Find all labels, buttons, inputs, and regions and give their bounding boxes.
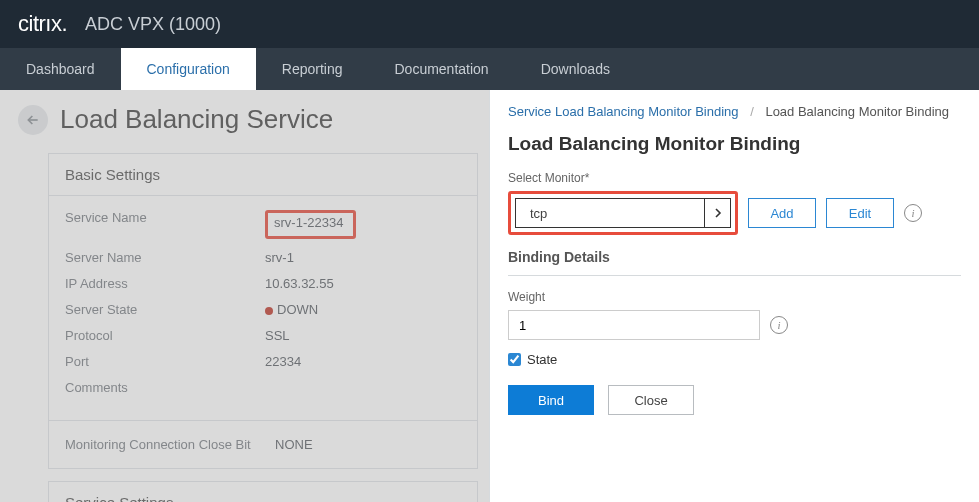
weight-input[interactable] [508,310,760,340]
panel-title: Load Balancing Monitor Binding [508,133,961,155]
service-settings-card: Service Settings Sure Connect [48,481,478,502]
basic-settings-card: Basic Settings Service Name srv-1-22334 … [48,153,478,469]
logo: citrıx. [18,11,67,37]
tab-reporting[interactable]: Reporting [256,48,369,90]
port-label: Port [65,354,265,369]
divider [508,275,961,276]
back-icon[interactable] [18,105,48,135]
mcb-label: Monitoring Connection Close Bit [65,437,275,452]
tab-configuration[interactable]: Configuration [121,48,256,90]
breadcrumb-link[interactable]: Service Load Balancing Monitor Binding [508,104,739,119]
add-button[interactable]: Add [748,198,816,228]
basic-settings-header: Basic Settings [49,154,477,196]
service-settings-header: Service Settings [49,482,477,502]
server-name-label: Server Name [65,250,265,265]
server-state-value: DOWN [265,302,318,317]
chevron-right-icon[interactable] [704,199,730,227]
select-monitor-value: tcp [516,206,704,221]
select-monitor-input[interactable]: tcp [515,198,731,228]
product-name: ADC VPX (1000) [85,14,221,35]
top-bar: citrıx. ADC VPX (1000) [0,0,979,48]
side-panel: Service Load Balancing Monitor Binding /… [489,90,979,502]
info-icon[interactable]: i [904,204,922,222]
weight-label: Weight [508,290,961,304]
binding-details-label: Binding Details [508,249,961,265]
protocol-label: Protocol [65,328,265,343]
server-name-value: srv-1 [265,250,294,265]
state-label: State [527,352,557,367]
select-monitor-label: Select Monitor* [508,171,961,185]
breadcrumb-sep: / [750,104,754,119]
page-title: Load Balancing Service [60,104,333,135]
select-monitor-highlight: tcp [508,191,738,235]
ip-address-value: 10.63.32.55 [265,276,334,291]
service-name-value: srv-1-22334 [274,215,343,230]
breadcrumb-current: Load Balancing Monitor Binding [765,104,949,119]
tab-downloads[interactable]: Downloads [515,48,636,90]
server-state-label: Server State [65,302,265,317]
comments-label: Comments [65,380,265,395]
port-value: 22334 [265,354,301,369]
tab-documentation[interactable]: Documentation [368,48,514,90]
protocol-value: SSL [265,328,290,343]
bind-button[interactable]: Bind [508,385,594,415]
breadcrumb: Service Load Balancing Monitor Binding /… [508,104,961,119]
ip-address-label: IP Address [65,276,265,291]
service-name-label: Service Name [65,210,265,239]
edit-button[interactable]: Edit [826,198,894,228]
state-checkbox[interactable] [508,353,521,366]
info-icon[interactable]: i [770,316,788,334]
mcb-value: NONE [275,437,313,452]
close-button[interactable]: Close [608,385,694,415]
service-name-highlight: srv-1-22334 [265,210,356,239]
tab-bar: Dashboard Configuration Reporting Docume… [0,48,979,90]
tab-dashboard[interactable]: Dashboard [0,48,121,90]
